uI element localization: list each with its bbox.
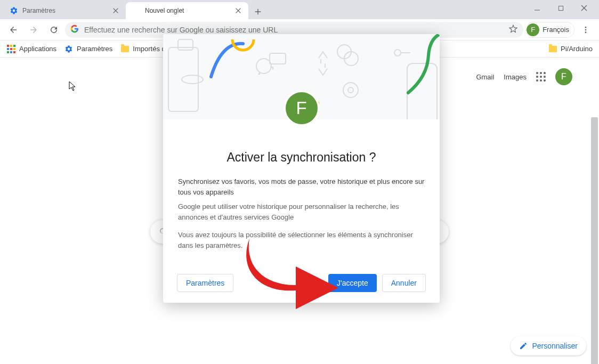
maximize-button[interactable] — [549, 0, 572, 16]
modal-text-google: Google peut utiliser votre historique po… — [178, 201, 425, 222]
svg-point-1 — [585, 27, 587, 28]
tab-title: Nouvel onglet — [145, 7, 230, 14]
forward-button[interactable] — [25, 21, 43, 39]
folder-icon — [548, 44, 557, 54]
modal-avatar: F — [284, 90, 320, 126]
accept-button[interactable]: J'accepte — [328, 274, 377, 292]
sync-modal: F Activer la synchronisation ? Synchroni… — [163, 34, 440, 303]
avatar: F — [527, 23, 539, 36]
tab-strip: Paramètres Nouvel onglet — [0, 0, 599, 19]
address-input[interactable] — [84, 26, 503, 34]
apps-launcher-icon[interactable] — [536, 72, 546, 82]
gear-icon — [64, 44, 74, 54]
new-tab-button[interactable] — [250, 4, 265, 19]
close-icon[interactable] — [234, 7, 242, 14]
gmail-link[interactable]: Gmail — [476, 73, 494, 81]
profile-chip[interactable]: F François — [525, 22, 574, 38]
personalize-button[interactable]: Personnaliser — [511, 336, 586, 355]
tab-nouvel-onglet[interactable]: Nouvel onglet — [126, 2, 248, 19]
bookmark-label: Pi/Arduino — [561, 45, 593, 53]
close-window-button[interactable] — [572, 0, 596, 16]
svg-point-2 — [585, 29, 587, 30]
svg-point-3 — [585, 31, 587, 33]
bookmark-label: Paramètres — [77, 45, 112, 53]
pencil-icon — [519, 342, 528, 350]
blank-favicon — [132, 6, 141, 15]
profile-name: François — [543, 26, 569, 34]
images-link[interactable]: Images — [504, 73, 527, 81]
reload-button[interactable] — [45, 21, 63, 39]
apps-grid-icon — [6, 44, 16, 54]
star-icon[interactable] — [508, 24, 518, 35]
tab-title: Paramètres — [22, 7, 108, 14]
modal-text-sync: Synchronisez vos favoris, vos mots de pa… — [178, 176, 425, 197]
avatar[interactable]: F — [555, 68, 572, 85]
modal-text-settings: Vous avez toujours la possibilité de sél… — [178, 230, 425, 250]
tab-parametres[interactable]: Paramètres — [3, 2, 126, 19]
bookmark-parametres[interactable]: Paramètres — [64, 44, 112, 54]
bookmark-label: Applications — [19, 45, 56, 53]
window-controls — [525, 0, 596, 16]
cancel-button[interactable]: Annuler — [382, 274, 426, 292]
personalize-label: Personnaliser — [532, 342, 578, 350]
scrollbar-thumb[interactable] — [591, 117, 598, 364]
google-g-icon — [70, 25, 79, 35]
modal-button-bar: Paramètres J'accepte Annuler — [163, 274, 440, 303]
bookmark-folder-piarduino[interactable]: Pi/Arduino — [548, 44, 593, 54]
folder-icon — [120, 44, 129, 54]
settings-button[interactable]: Paramètres — [177, 274, 233, 292]
svg-rect-0 — [558, 6, 563, 10]
gear-icon — [10, 6, 18, 15]
ntp-top-links: Gmail Images F — [476, 68, 572, 85]
close-icon[interactable] — [112, 7, 119, 14]
apps-shortcut[interactable]: Applications — [6, 44, 56, 54]
modal-heading: Activer la synchronisation ? — [163, 150, 440, 165]
minimize-button[interactable] — [525, 0, 549, 16]
back-button[interactable] — [4, 21, 22, 39]
menu-button[interactable] — [577, 21, 595, 39]
